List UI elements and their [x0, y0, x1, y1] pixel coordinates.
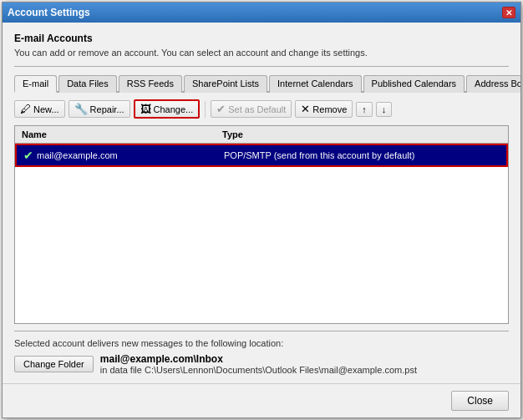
- section-desc: You can add or remove an account. You ca…: [14, 48, 509, 58]
- tab-published-calendars[interactable]: Published Calendars: [363, 75, 465, 93]
- folder-name: mail@example.com\Inbox: [100, 353, 417, 365]
- close-button[interactable]: Close: [451, 391, 509, 411]
- repair-button[interactable]: 🔧 Repair...: [69, 100, 130, 118]
- change-button[interactable]: 🖼 Change...: [134, 99, 201, 119]
- bottom-info-text: Selected account delivers new messages t…: [14, 338, 509, 348]
- repair-icon: 🔧: [74, 103, 88, 115]
- account-settings-window: Account Settings ✕ E-mail Accounts You c…: [2, 2, 521, 418]
- tab-rss-feeds[interactable]: RSS Feeds: [119, 75, 182, 93]
- table-header: Name Type: [15, 126, 508, 144]
- bottom-info: Selected account delivers new messages t…: [14, 331, 509, 375]
- up-icon: ↑: [362, 104, 367, 114]
- table-row[interactable]: ✔ mail@example.com POP/SMTP (send from t…: [15, 144, 508, 167]
- down-icon: ↓: [382, 104, 387, 114]
- tab-internet-calendars[interactable]: Internet Calendars: [269, 75, 362, 93]
- new-button[interactable]: 🖊 New...: [14, 100, 65, 118]
- folder-info: mail@example.com\Inbox in data file C:\U…: [100, 353, 417, 375]
- change-folder-button[interactable]: Change Folder: [14, 356, 94, 372]
- close-window-button[interactable]: ✕: [502, 7, 515, 18]
- tab-data-files[interactable]: Data Files: [58, 75, 117, 93]
- toolbar: 🖊 New... 🔧 Repair... 🖼 Change... ✔ Set a…: [14, 99, 509, 119]
- accounts-table: Name Type ✔ mail@example.com POP/SMTP (s…: [14, 125, 509, 324]
- col-header-type: Type: [219, 128, 505, 141]
- bottom-info-row: Change Folder mail@example.com\Inbox in …: [14, 353, 509, 375]
- account-check-icon: ✔: [23, 149, 33, 162]
- content-area: E-mail Accounts You can add or remove an…: [3, 23, 520, 383]
- move-down-button[interactable]: ↓: [376, 102, 393, 117]
- new-icon: 🖊: [20, 103, 31, 115]
- col-header-name: Name: [18, 128, 219, 141]
- set-default-icon: ✔: [216, 103, 226, 115]
- tab-address-books[interactable]: Address Books: [466, 75, 520, 93]
- title-bar: Account Settings ✕: [3, 3, 520, 23]
- set-default-button[interactable]: ✔ Set as Default: [211, 100, 292, 118]
- folder-path: in data file C:\Users\Lennon\Documents\O…: [100, 365, 417, 375]
- remove-button[interactable]: ✕ Remove: [295, 100, 353, 118]
- row-name-cell: ✔ mail@example.com: [20, 148, 221, 163]
- footer: Close: [3, 383, 520, 417]
- tab-sharepoint[interactable]: SharePoint Lists: [184, 75, 267, 93]
- window-title: Account Settings: [8, 7, 90, 18]
- section-title: E-mail Accounts: [14, 33, 509, 44]
- tab-bar: E-mail Data Files RSS Feeds SharePoint L…: [14, 73, 509, 93]
- change-icon: 🖼: [140, 103, 151, 115]
- toolbar-separator: [205, 101, 206, 118]
- tab-email[interactable]: E-mail: [14, 75, 57, 93]
- divider: [14, 66, 509, 67]
- row-type-cell: POP/SMTP (send from this account by defa…: [221, 149, 503, 161]
- remove-icon: ✕: [301, 103, 310, 115]
- move-up-button[interactable]: ↑: [356, 102, 373, 117]
